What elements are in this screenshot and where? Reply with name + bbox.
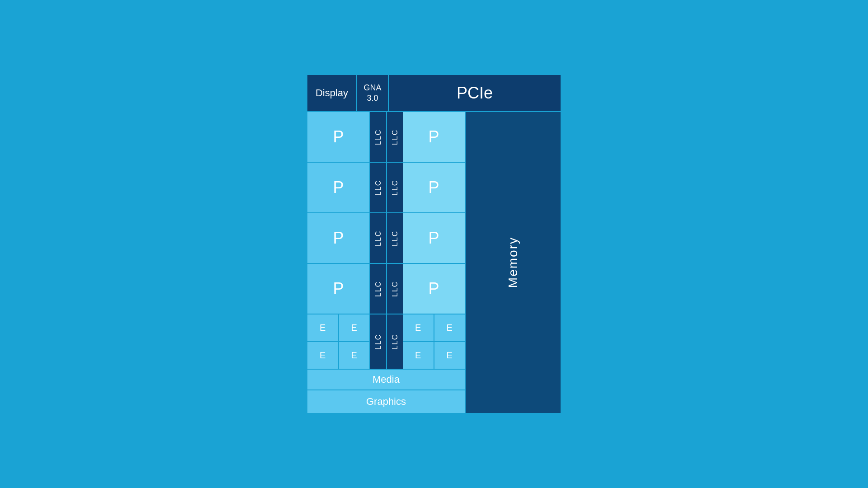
p-label-1: P [333, 127, 344, 146]
llc-text-4: LLC [391, 179, 399, 195]
p-label-r4: P [428, 279, 439, 298]
llc-right-3: LLC [387, 213, 403, 263]
p-core-left-2: P [307, 163, 369, 212]
e-label-2: E [351, 323, 357, 333]
p-label-4: P [333, 279, 344, 298]
e-label-3: E [320, 350, 326, 361]
llc-text-1: LLC [374, 129, 382, 145]
llc-text-2: LLC [391, 129, 399, 145]
llc-left-3: LLC [370, 213, 386, 263]
e-label-7: E [415, 350, 421, 361]
llc-right-1: LLC [387, 112, 403, 162]
p-core-left-1: P [307, 112, 369, 162]
pcie-label: PCIe [457, 84, 493, 103]
e-cell-4: E [339, 342, 370, 369]
memory-text: Memory [506, 237, 520, 288]
e-label-8: E [447, 350, 453, 361]
llc-e-right: LLC [387, 314, 403, 369]
llc-text-3: LLC [374, 179, 382, 195]
e-cell-2: E [339, 314, 370, 341]
graphics-label: Graphics [366, 396, 406, 408]
pcie-header: PCIe [389, 75, 561, 111]
media-label: Media [373, 374, 400, 385]
header-row: Display GNA3.0 PCIe [307, 75, 561, 111]
llc-right-4: LLC [387, 264, 403, 314]
e-label-5: E [415, 323, 421, 333]
gna-label: GNA3.0 [363, 83, 381, 104]
p-core-row-3: P LLC LLC P [307, 213, 465, 263]
llc-left-2: LLC [370, 163, 386, 212]
e-cell-5: E [403, 314, 434, 341]
e-core-bottom-left: E E [307, 342, 369, 369]
p-core-right-2: P [403, 163, 465, 212]
body-row: P LLC LLC P P [307, 112, 561, 413]
llc-columns-4: LLC LLC [370, 264, 402, 314]
gna-header: GNA3.0 [357, 75, 388, 111]
chip-diagram: Display GNA3.0 PCIe P LLC LLC [307, 75, 561, 413]
llc-text-7: LLC [374, 281, 382, 296]
p-core-right-3: P [403, 213, 465, 263]
p-label-3: P [333, 229, 344, 248]
p-label-2: P [333, 178, 344, 197]
p-core-row-4: P LLC LLC P [307, 264, 465, 314]
memory-section: Memory [466, 112, 561, 413]
left-section: P LLC LLC P P [307, 112, 465, 413]
graphics-row: Graphics [307, 390, 465, 413]
llc-right-2: LLC [387, 163, 403, 212]
p-core-row-1: P LLC LLC P [307, 112, 465, 162]
llc-e-text-1: LLC [374, 333, 382, 349]
llc-columns-e: LLC LLC [370, 314, 402, 369]
p-core-right-4: P [403, 264, 465, 314]
memory-label: Memory [506, 237, 520, 288]
llc-text-5: LLC [374, 230, 382, 246]
e-cell-7: E [403, 342, 434, 369]
e-core-row: E E E E [307, 314, 465, 369]
e-label-4: E [351, 350, 357, 361]
e-cell-6: E [434, 314, 465, 341]
p-label-r2: P [428, 178, 439, 197]
display-header: Display [307, 75, 356, 111]
display-label: Display [316, 87, 348, 99]
e-core-top-left: E E [307, 314, 369, 341]
p-core-left-3: P [307, 213, 369, 263]
llc-left-4: LLC [370, 264, 386, 314]
e-core-group-right: E E E E [403, 314, 465, 369]
e-label-6: E [447, 323, 453, 333]
e-core-bottom-right: E E [403, 342, 465, 369]
p-label-r1: P [428, 127, 439, 146]
llc-text-6: LLC [391, 230, 399, 246]
p-core-row-2: P LLC LLC P [307, 163, 465, 212]
llc-columns-1: LLC LLC [370, 112, 402, 162]
e-cell-1: E [307, 314, 338, 341]
e-core-top-right: E E [403, 314, 465, 341]
llc-left-1: LLC [370, 112, 386, 162]
llc-columns-3: LLC LLC [370, 213, 402, 263]
media-row: Media [307, 370, 465, 389]
llc-text-8: LLC [391, 281, 399, 296]
p-core-right-1: P [403, 112, 465, 162]
llc-e-text-2: LLC [391, 333, 399, 349]
e-core-group-left: E E E E [307, 314, 369, 369]
p-core-left-4: P [307, 264, 369, 314]
llc-columns-2: LLC LLC [370, 163, 402, 212]
p-label-r3: P [428, 229, 439, 248]
e-label-1: E [320, 323, 326, 333]
e-cell-3: E [307, 342, 338, 369]
llc-e-left: LLC [370, 314, 386, 369]
e-cell-8: E [434, 342, 465, 369]
